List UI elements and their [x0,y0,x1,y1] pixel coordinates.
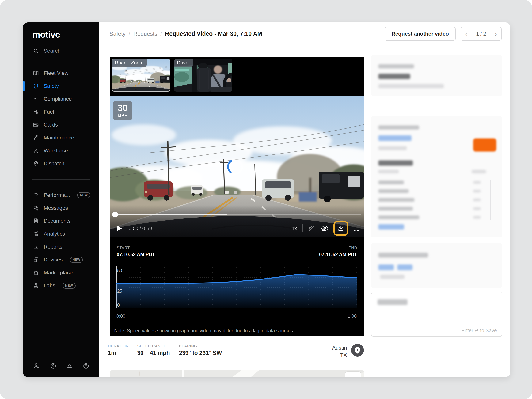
header-actions: Request another video ‹ 1 / 2 › [385,27,502,41]
breadcrumb-safety[interactable]: Safety [109,31,126,37]
blurred-link[interactable] [397,265,412,270]
speed-overlay-badge: 30 MPH [113,101,132,120]
sidebar-item-label: Cards [44,122,58,128]
time-separator: / [138,226,142,231]
sidebar-item-compliance[interactable]: Compliance [23,93,99,105]
stat-label: DURATION [108,344,129,348]
sidebar-item-workforce[interactable]: Workforce [23,144,99,157]
help-icon[interactable] [50,362,57,369]
time-display: 0:00 / 0:59 [129,226,152,231]
svg-text:0:00: 0:00 [116,314,125,319]
clip-stats: DURATION 1m SPEED RANGE 30 – 41 mph BEAR… [108,344,364,365]
sidebar-item-maintenance[interactable]: Maintenance [23,131,99,144]
sidebar-item-label: Messages [44,205,68,211]
playback-rate-button[interactable]: 1x [292,226,297,231]
sidebar-item-documents[interactable]: Documents [23,215,99,228]
video-frame[interactable]: 30 MPH 0:00 / 0:59 1x [110,96,364,238]
request-another-video-button[interactable]: Request another video [385,27,456,41]
sidebar-item-devices[interactable]: DevicesNEW [23,253,99,266]
clip-end: END 07:11:52 AM PDT [319,246,357,257]
breadcrumb-separator: / [160,31,162,37]
comment-input[interactable]: Enter ↵ to Save [371,292,502,337]
svg-text:0: 0 [117,303,120,308]
sidebar-item-label: Analytics [44,231,65,237]
sidebar-item-fuel[interactable]: Fuel [23,105,99,118]
stat-value: 30 – 41 mph [137,350,170,356]
blurred-link[interactable] [378,265,394,270]
chat-icon [33,205,39,211]
hide-video-eye-slash-icon[interactable] [321,224,329,233]
location-label: Austin TX [332,344,347,359]
end-time: 07:11:52 AM PDT [319,252,357,257]
sidebar-item-label: Dispatch [44,161,64,167]
sidebar-item-marketplace[interactable]: Marketplace [23,266,99,279]
pager-next-button[interactable]: › [490,27,501,40]
document-icon [33,218,39,224]
blurred-link[interactable] [378,224,404,229]
sidebar-item-reports[interactable]: Reports [23,240,99,253]
volume-muted-icon[interactable] [308,225,316,232]
person-icon [33,147,39,154]
new-badge: NEW [77,192,90,198]
sidebar-item-label: Documents [44,218,71,224]
search-icon [33,48,39,54]
stat-duration: DURATION 1m [108,344,129,356]
admin-user-icon[interactable] [33,362,40,369]
sidebar-item-analytics[interactable]: Analytics [23,228,99,240]
thumbnail-road-zoom-label: Road - Zoom [112,59,147,67]
sidebar-item-label: Fleet View [44,70,68,76]
stat-label: BEARING [179,344,222,348]
bell-icon[interactable] [66,362,73,369]
sidebar-search-label: Search [44,48,61,54]
blurred-link[interactable] [378,135,412,141]
blurred-orange-button[interactable] [473,138,496,152]
app-window: motive SearchFleet ViewSafetyComplianceF… [23,22,510,377]
map-preview[interactable]: nt [110,370,364,377]
pager-prev-button[interactable]: ‹ [461,27,472,40]
progress-knob[interactable] [112,212,118,217]
current-time: 0:00 [129,226,138,231]
location-shield-icon [351,344,364,357]
sidebar-item-label: Maintenance [44,135,74,141]
location-city: Austin [332,344,347,352]
sidebar-item-dispatch[interactable]: Dispatch [23,157,99,170]
loading-spinner-icon [227,158,244,175]
details-card-request-info [371,55,502,96]
sidebar-item-labs[interactable]: LabsNEW [23,279,99,292]
sidebar-item-fleet-view[interactable]: Fleet View [23,67,99,80]
download-icon[interactable] [337,225,345,232]
devices-icon [33,256,39,263]
end-label: END [319,246,357,250]
svg-text:1:00: 1:00 [348,314,357,319]
sidebar: motive SearchFleet ViewSafetyComplianceF… [23,22,99,377]
stat-value: 239° to 231° SW [179,350,222,356]
sidebar-item-label: Labs [44,283,55,289]
svg-text:25: 25 [117,289,122,294]
flask-icon [33,282,39,289]
compliance-icon [33,96,39,102]
speed-chart[interactable]: 502500:001:00 [115,264,361,321]
video-progress-bar[interactable] [113,214,361,215]
sidebar-item-performance[interactable]: Performa...NEW [23,189,99,202]
panel-separator [371,108,502,108]
map-icon [33,70,39,76]
thumbnail-driver[interactable]: Driver [174,59,232,92]
stat-label: SPEED RANGE [137,344,170,348]
sidebar-item-cards[interactable]: Cards [23,118,99,131]
play-icon[interactable] [115,225,123,232]
breadcrumb-requests[interactable]: Requests [133,31,157,37]
stat-bearing: BEARING 239° to 231° SW [179,344,222,356]
sidebar-item-safety[interactable]: Safety [23,80,99,93]
wrench-icon [33,134,39,141]
fullscreen-icon[interactable] [353,225,360,232]
details-card-driver-vehicle [371,116,502,238]
dispatch-pin-icon [33,160,39,167]
sidebar-item-messages[interactable]: Messages [23,202,99,215]
sidebar-item-label: Devices [44,257,63,263]
account-icon[interactable] [83,362,89,369]
thumbnail-road-zoom[interactable]: Road - Zoom [112,59,170,92]
sidebar-search[interactable]: Search [23,46,99,56]
duration-time: / 0:59 [138,226,152,231]
download-highlight-ring [333,221,348,236]
sidebar-item-label: Workforce [44,148,68,154]
